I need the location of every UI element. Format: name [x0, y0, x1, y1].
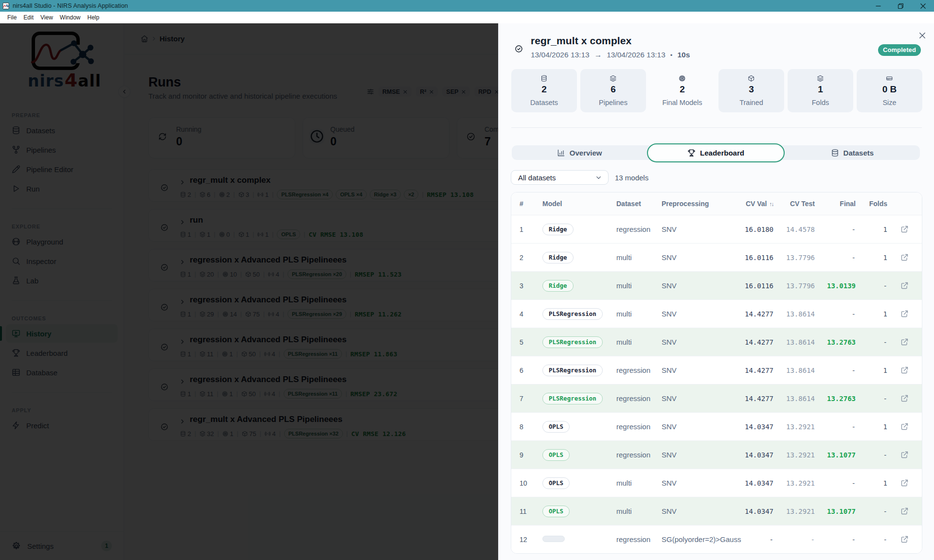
folds-value: 1 [883, 423, 887, 431]
menu-help[interactable]: Help [84, 12, 103, 23]
menu-file[interactable]: File [4, 12, 20, 23]
folds-value: - [883, 451, 887, 459]
cell-open-link[interactable] [887, 394, 922, 402]
cell-rank: 4 [511, 310, 542, 318]
table-row[interactable]: 6 PLSRegression regression SNV 14.4277 1… [511, 356, 922, 384]
cell-rank: 2 [511, 254, 542, 262]
table-row[interactable]: 8 OPLS regression SNV 14.0347 13.2921 - … [511, 412, 922, 440]
cell-dataset: regression [616, 366, 662, 374]
cell-open-link[interactable] [887, 338, 922, 346]
dot-separator: • [670, 52, 673, 59]
restore-button[interactable] [889, 0, 912, 12]
cell-final: - [815, 253, 856, 262]
cell-model: PLSRegression [542, 336, 616, 348]
cell-rank: 12 [511, 536, 542, 543]
cell-folds: 1 [856, 225, 887, 234]
folds-value: - [883, 395, 887, 402]
cell-open-link[interactable] [887, 422, 922, 431]
panel-stat-value: 0 B [882, 84, 897, 95]
cell-cv-test: 13.2921 [773, 423, 815, 431]
cell-open-link[interactable] [887, 535, 922, 543]
tab-datasets[interactable]: Datasets [785, 145, 920, 160]
col-cv-val-label: CV Val [746, 200, 767, 208]
cell-preprocessing: SNV [662, 451, 735, 459]
table-row[interactable]: 5 PLSRegression multi SNV 14.4277 13.861… [511, 328, 922, 356]
col-cv-val[interactable]: CV Val↑↓ [735, 200, 773, 208]
cell-model: OPLS [542, 506, 616, 517]
table-row[interactable]: 12 regression SG(polyorder=2)>Gauss - - … [511, 525, 922, 553]
cell-cv-val: 16.0116 [735, 254, 773, 262]
external-link-icon [900, 310, 909, 318]
panel-stat-label: Folds [812, 99, 829, 106]
folds-value: - [883, 282, 887, 290]
cell-folds: - [856, 535, 887, 544]
close-window-button[interactable] [912, 0, 934, 12]
final-dash: - [852, 310, 856, 318]
chevron-down-icon [595, 174, 602, 181]
cell-dataset: multi [616, 253, 662, 262]
col-final[interactable]: Final [815, 200, 856, 208]
table-row[interactable]: 4 PLSRegression multi SNV 14.4277 13.861… [511, 299, 922, 328]
table-row[interactable]: 9 OPLS regression SNV 14.0347 13.2921 13… [511, 440, 922, 469]
cell-cv-val: 14.4277 [735, 367, 773, 374]
cell-dataset: multi [616, 281, 662, 290]
close-panel-icon[interactable] [918, 31, 927, 40]
cell-open-link[interactable] [887, 310, 922, 318]
trophy-icon [687, 149, 696, 157]
layers-icon [817, 75, 824, 82]
arrow-right-glyph: → [594, 51, 602, 59]
cell-open-link[interactable] [887, 281, 922, 290]
table-row[interactable]: 3 Ridge multi SNV 16.0116 13.7796 13.013… [511, 271, 922, 299]
cell-final: - [815, 479, 856, 488]
cell-final: 13.0139 [815, 281, 856, 290]
cell-folds: - [856, 507, 887, 516]
final-dash: - [852, 254, 856, 262]
col-model: Model [542, 200, 616, 208]
external-link-icon [900, 535, 909, 543]
cell-cv-val: - [735, 536, 773, 543]
bar-chart-icon [557, 149, 565, 157]
tab-overview[interactable]: Overview [512, 145, 647, 160]
cell-model: PLSRegression [542, 393, 616, 404]
cell-open-link[interactable] [887, 366, 922, 374]
minimize-button[interactable] [867, 0, 889, 12]
cell-final: 13.2763 [815, 394, 856, 403]
table-row[interactable]: 7 PLSRegression regression SNV 14.4277 1… [511, 384, 922, 412]
panel-stat-label: Datasets [530, 99, 558, 106]
table-row[interactable]: 11 OPLS multi SNV 14.0347 13.2921 13.107… [511, 497, 922, 525]
cell-final: - [815, 310, 856, 318]
folds-value: 1 [883, 479, 887, 487]
model-pill: PLSRegression [542, 393, 603, 404]
model-pill: OPLS [542, 477, 570, 489]
menu-edit[interactable]: Edit [20, 12, 37, 23]
col-cv-test[interactable]: CV Test [773, 200, 815, 208]
table-row[interactable]: 2 Ridge multi SNV 16.0116 13.7796 - 1 [511, 243, 922, 271]
cell-dataset: multi [616, 479, 662, 487]
panel-times: 13/04/2026 13:13 → 13/04/2026 13:13 • 10… [531, 51, 690, 59]
folds-value: 1 [883, 310, 887, 318]
col-preprocessing: Preprocessing [662, 200, 735, 208]
menu-view[interactable]: View [37, 12, 56, 23]
cell-open-link[interactable] [887, 451, 922, 459]
folds-value: - [883, 508, 887, 515]
cell-rank: 9 [511, 451, 542, 459]
cell-open-link[interactable] [887, 225, 922, 233]
model-pill: Ridge [542, 224, 574, 235]
cell-folds: - [856, 451, 887, 459]
dataset-filter-select[interactable]: All datasets [511, 170, 609, 185]
menu-window[interactable]: Window [56, 12, 84, 23]
cell-open-link[interactable] [887, 507, 922, 515]
model-pill: PLSRegression [542, 365, 603, 376]
cell-cv-val: 14.4277 [735, 395, 773, 402]
table-row[interactable]: 1 Ridge regression SNV 16.0180 14.4578 -… [511, 215, 922, 243]
app-icon [2, 2, 10, 10]
cell-model: OPLS [542, 477, 616, 489]
tab-leaderboard[interactable]: Leaderboard [647, 143, 784, 162]
cell-open-link[interactable] [887, 479, 922, 487]
external-link-icon [900, 366, 909, 374]
model-pill: PLSRegression [542, 308, 603, 320]
sort-icon: ↑↓ [770, 201, 774, 207]
table-row[interactable]: 10 OPLS multi SNV 14.0347 13.2921 - 1 [511, 469, 922, 497]
run-detail-panel: regr_mult x complex 13/04/2026 13:13 → 1… [498, 23, 934, 560]
cell-open-link[interactable] [887, 253, 922, 262]
